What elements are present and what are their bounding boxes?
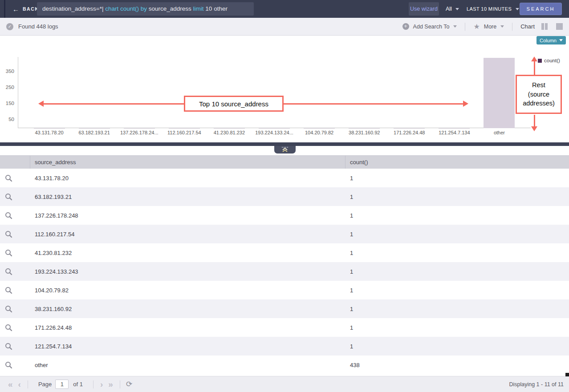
- bar-slot: [207, 57, 252, 128]
- count-cell: 1: [345, 250, 569, 256]
- vertical-divider: [93, 380, 93, 388]
- source-address-cell: 112.160.217.54: [30, 231, 345, 238]
- source-address-cell: 121.254.7.134: [30, 343, 345, 350]
- x-axis-tick-label: 104.20.79.82: [297, 130, 342, 135]
- table-body: 43.131.78.20163.182.193.211137.226.178.2…: [0, 169, 569, 374]
- scrollbar-thumb[interactable]: [565, 373, 569, 376]
- x-axis-labels: 43.131.78.2063.182.193.21137.226.178.24.…: [27, 130, 522, 135]
- row-search-icon[interactable]: [5, 361, 12, 369]
- chart-type-dropdown[interactable]: Column: [536, 36, 566, 44]
- chevron-down-icon: [500, 25, 504, 28]
- row-search-cell: [0, 305, 30, 313]
- row-search-cell: [0, 212, 30, 219]
- first-page-button[interactable]: «: [5, 380, 16, 388]
- source-address-cell: 171.226.24.48: [30, 324, 345, 331]
- scope-label: All: [446, 6, 452, 12]
- table-header-source-address[interactable]: source_address: [30, 156, 345, 169]
- page-of-label: of 1: [73, 381, 83, 388]
- prev-page-button[interactable]: ‹: [16, 380, 24, 388]
- y-axis-tick-label: 150: [0, 101, 14, 106]
- collapse-chart-button[interactable]: [274, 146, 296, 154]
- result-count-text: Found 448 logs: [18, 23, 58, 30]
- query-token: 10 other: [204, 5, 228, 12]
- row-search-cell: [0, 193, 30, 201]
- row-search-icon[interactable]: [5, 249, 12, 257]
- more-menu[interactable]: More: [484, 24, 496, 30]
- time-range-dropdown[interactable]: LAST 10 MINUTES: [467, 0, 519, 18]
- source-address-cell: 104.20.79.82: [30, 287, 345, 294]
- row-search-icon[interactable]: [5, 305, 12, 313]
- pane-divider[interactable]: [0, 142, 569, 146]
- row-search-icon[interactable]: [5, 193, 12, 201]
- search-query-input[interactable]: destination_address=*| chart count() by …: [37, 2, 254, 16]
- chart-panel: Column 50150250350 43.131.78.2063.182.19…: [0, 36, 569, 142]
- page-number-input[interactable]: [55, 380, 69, 389]
- page-label: Page: [38, 381, 52, 388]
- row-search-icon[interactable]: [5, 343, 12, 350]
- scope-dropdown[interactable]: All: [446, 0, 459, 18]
- row-search-icon[interactable]: [5, 268, 12, 275]
- query-token: by: [141, 5, 147, 12]
- add-search-to-menu[interactable]: Add Search To: [413, 24, 450, 30]
- next-page-button[interactable]: ›: [98, 380, 106, 388]
- check-icon: ✓: [6, 23, 13, 30]
- row-search-cell: [0, 174, 30, 182]
- back-button[interactable]: ← BACK: [12, 0, 39, 18]
- x-axis-tick-label: 137.226.178.24...: [117, 130, 162, 135]
- status-bar: ✓ Found 448 logs + Add Search To ★ More …: [0, 18, 569, 36]
- row-search-icon[interactable]: [5, 212, 12, 219]
- table-view-toggle-icon[interactable]: [556, 23, 563, 30]
- app-window: ← BACK destination_address=*| chart coun…: [0, 0, 569, 392]
- query-token: limit: [193, 5, 204, 12]
- status-actions: + Add Search To ★ More Chart: [402, 22, 563, 31]
- left-edge-divider: [4, 0, 5, 18]
- table-header-count[interactable]: count(): [345, 156, 569, 169]
- table-row: 121.254.7.1341: [0, 337, 569, 356]
- displaying-range-text: Displaying 1 - 11 of 11: [509, 381, 564, 388]
- bar-slot: [162, 57, 207, 128]
- chevron-down-icon: [453, 25, 457, 28]
- source-address-cell: 63.182.193.21: [30, 194, 345, 200]
- row-search-cell: [0, 268, 30, 275]
- count-cell: 1: [345, 343, 569, 350]
- time-range-label: LAST 10 MINUTES: [467, 6, 512, 12]
- use-wizard-button[interactable]: Use wizard: [409, 2, 439, 16]
- source-address-cell: other: [30, 362, 345, 368]
- column-header-label: source_address: [35, 159, 76, 166]
- row-search-icon[interactable]: [5, 287, 12, 294]
- row-search-icon[interactable]: [5, 230, 12, 238]
- table-row: other438: [0, 356, 569, 374]
- x-axis-tick-label: 112.160.217.54: [162, 130, 207, 135]
- column-chart-toggle-icon[interactable]: [541, 22, 549, 31]
- chart-bar[interactable]: [484, 58, 515, 128]
- rest-annotation-line1: Rest: [532, 81, 545, 90]
- row-search-cell: [0, 249, 30, 257]
- row-search-icon[interactable]: [5, 324, 12, 331]
- x-axis-tick-label: 43.131.78.20: [27, 130, 72, 135]
- refresh-icon[interactable]: ⟳: [124, 380, 134, 388]
- x-axis-tick-label: 121.254.7.134: [432, 130, 477, 135]
- bar-slot: [27, 57, 72, 128]
- legend-swatch: [538, 59, 542, 63]
- vertical-arrow-line: [534, 61, 535, 75]
- last-page-button[interactable]: »: [106, 380, 116, 388]
- count-cell: 438: [345, 362, 569, 368]
- table-row: 171.226.24.481: [0, 318, 569, 337]
- row-search-cell: [0, 343, 30, 350]
- bar-slot: [117, 57, 162, 128]
- star-icon: ★: [473, 23, 480, 30]
- source-address-cell: 193.224.133.243: [30, 268, 345, 275]
- table-row: 104.20.79.821: [0, 281, 569, 299]
- source-address-cell: 41.230.81.232: [30, 250, 345, 256]
- search-button[interactable]: SEARCH: [520, 3, 562, 15]
- count-cell: 1: [345, 268, 569, 275]
- back-arrow-icon: ←: [12, 6, 19, 12]
- arrow-down-icon: [531, 126, 537, 131]
- x-axis-tick-label: 41.230.81.232: [207, 130, 252, 135]
- source-address-cell: 137.226.178.248: [30, 212, 345, 219]
- row-search-icon[interactable]: [5, 174, 12, 182]
- x-axis-tick-label: 38.231.160.92: [342, 130, 387, 135]
- column-header-label: count(): [350, 159, 368, 166]
- row-search-cell: [0, 230, 30, 238]
- table-header: source_address count(): [0, 155, 569, 169]
